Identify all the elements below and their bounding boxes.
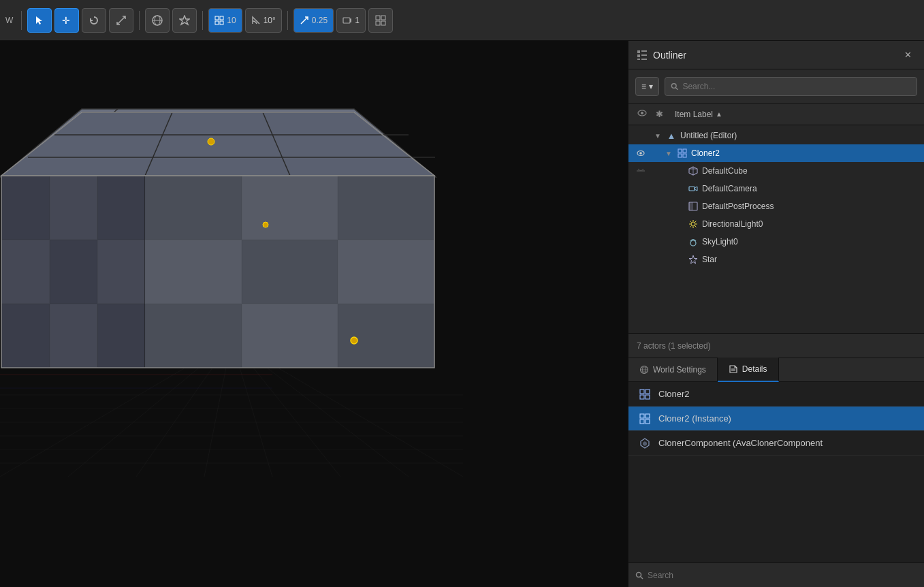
item-name-cloner2: Cloner2 [691,148,720,158]
separator-3 [202,11,203,30]
svg-rect-78 [641,59,647,60]
svg-rect-47 [50,176,97,240]
svg-marker-107 [689,255,697,264]
svg-rect-64 [242,240,338,304]
select-tool-button[interactable] [27,8,52,33]
scene-icon: ▲ [665,129,678,142]
snap-button[interactable] [172,8,197,33]
svg-rect-8 [220,21,223,25]
svg-point-70 [351,337,357,344]
global-transform-button[interactable] [145,8,170,33]
svg-rect-50 [50,240,97,304]
item-name-defaultpostprocess: DefaultPostProcess [702,202,774,211]
search-input-wrap[interactable] [665,77,917,96]
svg-point-69 [263,222,268,227]
global-icon [151,14,163,27]
scale-icon [116,15,127,26]
details-tab[interactable]: Details [718,358,779,382]
svg-rect-53 [50,304,97,368]
svg-rect-77 [637,59,640,60]
vis-cloner2[interactable] [634,148,648,158]
tree-item-skylight0[interactable]: ▼ SkyLight0 [628,233,924,251]
main-content: Outliner ✕ ≡ ▾ [0,41,924,587]
svg-point-106 [690,240,696,246]
svg-point-40 [208,138,214,145]
details-row-cloner2-header[interactable]: Cloner2 [628,382,924,407]
details-panel: Cloner2 Cloner2 (Instance) [628,382,924,587]
search-input[interactable] [682,82,911,91]
svg-rect-75 [637,54,640,57]
svg-rect-52 [1,304,50,368]
item-name-directionallight0: DirectionalLight0 [702,219,763,229]
cloner2-instance-icon [637,411,653,427]
tree-item-untitled[interactable]: ▼ ▲ Untitled (Editor) [628,127,924,144]
filter-arrow-icon: ▾ [649,82,653,91]
viewport[interactable] [0,41,628,587]
separator-4 [287,11,288,30]
svg-rect-115 [640,390,644,394]
search-icon [671,82,678,91]
scale-value: 0.25 [312,16,328,25]
top-toolbar: W ✛ [0,0,924,41]
star-icon [687,253,699,266]
scale-snap-icon [300,16,309,25]
details-search-icon [635,571,643,580]
tree-item-defaultcube[interactable]: ▼ DefaultCube [628,162,924,180]
angle-snap-button[interactable]: 10° [245,8,282,33]
sort-arrow-icon: ▲ [716,110,722,118]
filter-icon: ≡ [641,82,646,91]
outliner-tree[interactable]: ▼ ▲ Untitled (Editor) ▼ [628,125,924,333]
angle-icon [251,16,261,25]
svg-line-103 [695,226,697,227]
svg-rect-9 [343,18,350,23]
tree-item-defaultcamera[interactable]: ▼ DefaultCamera [628,180,924,197]
svg-rect-122 [646,419,650,424]
svg-point-82 [641,112,643,114]
expand-cloner2[interactable]: ▼ [664,148,673,158]
details-cloner2-instance-label: Cloner2 (Instance) [658,413,731,424]
scale-snap-button[interactable]: 0.25 [293,8,334,33]
details-row-cloner2-instance[interactable]: Cloner2 (Instance) [628,407,924,431]
scale-tool-button[interactable] [109,8,133,33]
svg-rect-85 [678,149,682,153]
tree-item-defaultpostprocess[interactable]: ▼ DefaultPostProcess [628,197,924,215]
viewport-options-button[interactable] [368,8,393,33]
world-settings-label: World Settings [653,365,706,375]
svg-rect-93 [689,187,695,191]
column-header: ✱ Item Label ▲ [628,104,924,125]
svg-rect-5 [215,16,219,20]
outliner-close-button[interactable]: ✕ [899,47,916,63]
rotate-tool-button[interactable] [82,8,106,33]
tree-item-directionallight0[interactable]: ▼ Direc [628,215,924,233]
separator-1 [21,11,22,30]
svg-rect-68 [338,304,434,368]
tree-item-cloner2[interactable]: ▼ Cloner2 [628,144,924,162]
camera-icon [342,16,352,25]
move-tool-button[interactable]: ✛ [54,8,79,33]
svg-rect-14 [381,21,385,25]
svg-rect-61 [242,176,338,240]
details-row-cloner-component[interactable]: ClonerComponent (AvaClonerComponent [628,431,924,456]
details-cloner-component-label: ClonerComponent (AvaClonerComponent [658,438,823,448]
item-name-defaultcube: DefaultCube [702,166,748,176]
expand-untitled[interactable]: ▼ [653,131,663,140]
svg-rect-67 [242,304,338,368]
item-name-skylight0: SkyLight0 [702,237,738,247]
details-search-bar[interactable] [628,562,924,587]
details-search-input[interactable] [648,571,917,580]
col-visibility [637,108,650,121]
svg-rect-54 [97,304,145,368]
eye-closed-icon [636,166,646,176]
filter-button[interactable]: ≡ ▾ [635,77,659,96]
camera-button[interactable]: 1 [336,8,366,33]
svg-point-125 [637,572,641,577]
svg-marker-10 [350,18,351,22]
grid-snap-button[interactable]: 10 [208,8,242,33]
vis-defaultcube[interactable] [634,166,648,176]
details-icon [729,364,738,374]
svg-rect-11 [376,16,380,20]
outliner-icon [637,50,648,61]
item-name-defaultcamera: DefaultCamera [702,184,757,193]
world-settings-tab[interactable]: World Settings [628,358,718,382]
tree-item-star[interactable]: ▼ Star [628,251,924,268]
